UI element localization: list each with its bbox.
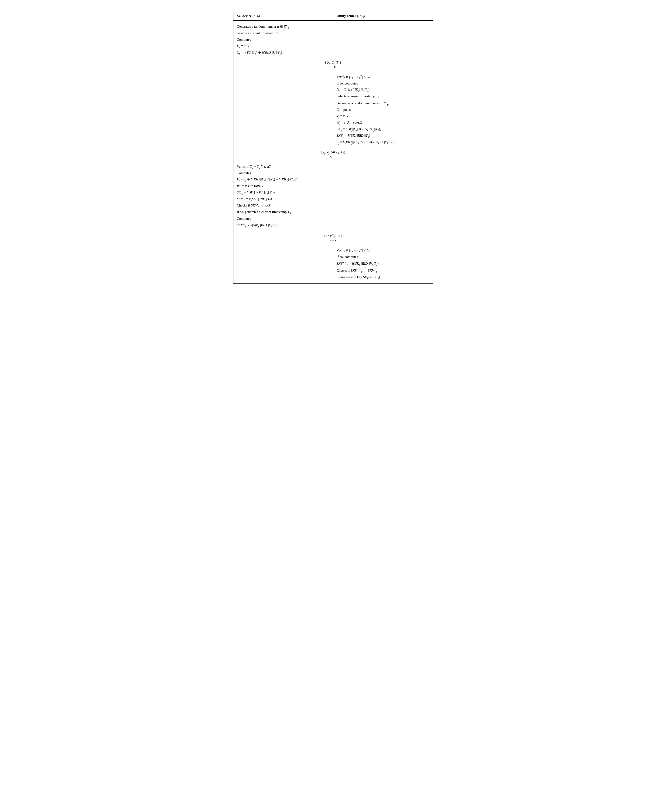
- row-left-s2: Verify if |T2 − T2∗| ≤ ΔT Computes Ei = …: [233, 161, 433, 231]
- msg2-arrow: -->: [330, 238, 336, 243]
- l2-line7: Checks if SKV′ij ?= SKVij: [237, 202, 330, 209]
- l1-line2: Selects a current timestamp T1: [237, 30, 330, 36]
- msg1-arrow-row: {Ui, Ci, T1} -->: [233, 58, 433, 71]
- left-s2-content: Verify if |T2 − T2∗| ≤ ΔT Computes Ei = …: [233, 161, 333, 231]
- r1-line9: SKij = h(Wj||Dj||h(RIDj||TCj||T2)): [336, 126, 429, 133]
- msg-response-label: {Vj, Zj, SKVij, T2}: [321, 150, 346, 155]
- r2-line3: SKV∗∗ij = h(SKij||RIDi||Vj||T3): [336, 260, 429, 267]
- l2-line2: Computes: [237, 170, 330, 176]
- right-s2-empty: [333, 161, 433, 231]
- r1-line10: SKVij = h(SKij||RIDi||T2): [336, 133, 429, 139]
- header-right: Utility center (UCj): [333, 12, 433, 20]
- r1-line6: Computes: [336, 107, 429, 113]
- l2-line8: If so, generates a current timestamp T3: [237, 209, 330, 215]
- header-left: SG device (SDi): [233, 12, 333, 20]
- right-s2-content: Verify if |T3 − T3∗| ≤ ΔT If so, compute…: [333, 245, 433, 283]
- l2-line10: SKV∗ij = h(SK′ij||RIDi||Vj||T3): [237, 222, 330, 228]
- l2-line6: SKV′ij = h(SK′ij||RIDi||T2): [237, 196, 330, 202]
- msg-response-arrow-row: {Vj, Zj, SKVij, T2} <--: [233, 148, 433, 161]
- r1-line11: Zj = h(RIDj||TCj||T2) ⊕ h(RIDi||Ui||Vj||…: [336, 139, 429, 146]
- right-s1-content: Verify if |T1 − T1∗| ≤ ΔT If so, compute…: [333, 71, 433, 148]
- l2-line1: Verify if |T2 − T2∗| ≤ ΔT: [237, 163, 330, 170]
- r2-line4: Checks if SKV∗∗ij ?= SKV∗ij: [336, 267, 429, 274]
- l2-line9: Computes: [237, 216, 330, 222]
- left-empty-r2: [233, 245, 333, 283]
- l2-line3: Ei = Zj ⊕ h(RIDi||Ui||Vj||T2) = h(RIDj||…: [237, 176, 330, 183]
- r2-line2: If so, computes: [336, 254, 429, 260]
- l1-line5: Ci = h(TCi||T1) ⊕ h(RIDi||Ui||T1): [237, 49, 330, 56]
- r1-line5: Generates a random number v ∈ Z∗p: [336, 100, 429, 107]
- l1-line3: Computes: [237, 37, 330, 43]
- r1-line3: Dj = Ci ⊕ (RIDi||Ui||T1): [336, 87, 429, 93]
- msg1-arrow: -->: [330, 65, 336, 69]
- msg-response-arrow: <--: [330, 155, 336, 159]
- left-s1: Generates a random number u ∈ Z∗p Select…: [233, 21, 333, 58]
- l2-line5: SK′ij = h(W′i||h(TCi||T1||Ei)): [237, 189, 330, 196]
- right-s1-empty: [333, 21, 433, 58]
- r1-line1: Verify if |T1 − T1∗| ≤ ΔT: [336, 74, 429, 80]
- l1-line1: Generates a random number u ∈ Z∗p: [237, 23, 330, 30]
- r1-line4: Selects a current timestamp T2: [336, 93, 429, 100]
- row-right-s1: Verify if |T1 − T1∗| ≤ ΔT If so, compute…: [233, 71, 433, 148]
- row-right-s2: Verify if |T3 − T3∗| ≤ ΔT If so, compute…: [233, 245, 433, 283]
- msg2-arrow-row: {SKV∗ij, T3} -->: [233, 231, 433, 245]
- r1-line2: If so, computes: [336, 81, 429, 87]
- left-empty-r1: [233, 71, 333, 148]
- msg1-label: {Ui, Ci, T1}: [325, 61, 341, 65]
- r1-line8: Wj = v.Ui = (uv).G: [336, 120, 429, 126]
- r2-line5: Stores session key SKij(= SK′ij): [336, 274, 429, 281]
- msg2-label: {SKV∗ij, T3}: [324, 233, 342, 238]
- proto-header: SG device (SDi) Utility center (UCj): [233, 12, 433, 21]
- r2-line1: Verify if |T3 − T3∗| ≤ ΔT: [336, 247, 429, 254]
- l2-line4: W′i = u.Vj = (uv).G: [237, 183, 330, 189]
- l1-line4: Ui = u.G: [237, 43, 330, 49]
- protocol-table-main: SG device (SDi) Utility center (UCj) Gen…: [233, 12, 433, 284]
- row-left-s1: Generates a random number u ∈ Z∗p Select…: [233, 21, 433, 58]
- r1-line7: Vj = v.G: [336, 113, 429, 120]
